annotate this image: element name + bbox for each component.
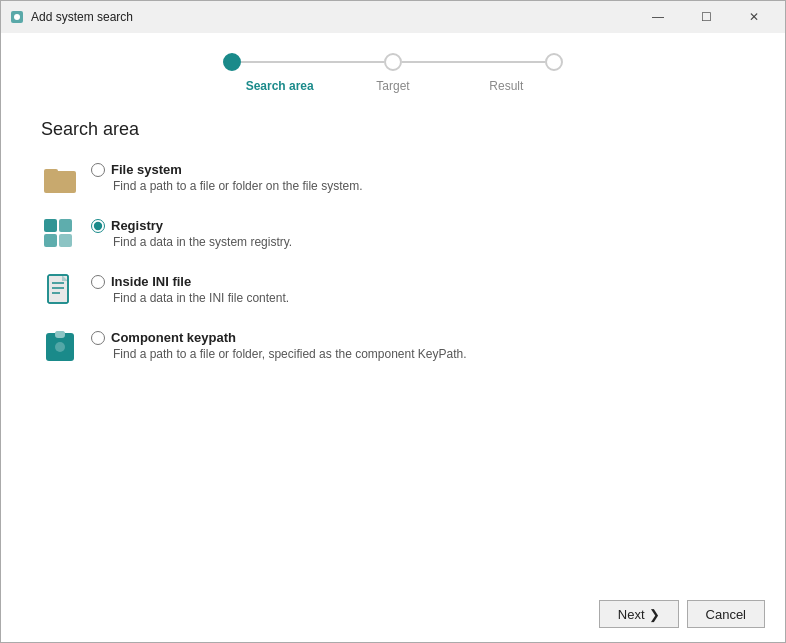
svg-rect-2 [44,171,76,193]
cancel-button[interactable]: Cancel [687,600,765,628]
svg-rect-3 [44,169,58,174]
component-keypath-label[interactable]: Component keypath [111,330,236,345]
file-system-label-row: File system [91,162,362,177]
option-registry: Registry Find a data in the system regis… [41,216,745,254]
ini-file-desc: Find a data in the INI file content. [113,291,289,305]
next-arrow-icon: ❯ [649,607,660,622]
svg-rect-16 [55,331,65,338]
option-component-keypath: Component keypath Find a path to a file … [41,328,745,366]
ini-file-icon [41,272,79,310]
section-title: Search area [41,119,745,140]
folder-icon [41,160,79,198]
close-button[interactable]: ✕ [731,1,777,33]
registry-label[interactable]: Registry [111,218,163,233]
maximize-button[interactable]: ☐ [683,1,729,33]
step-line-2 [402,61,545,63]
svg-rect-6 [44,234,57,247]
file-system-label[interactable]: File system [111,162,182,177]
component-keypath-icon [41,328,79,366]
next-label: Next [618,607,645,622]
app-icon [9,9,25,25]
step-label-3: Result [450,79,563,93]
step-line-1 [241,61,384,63]
svg-point-17 [55,342,65,352]
window: Add system search — ☐ ✕ Search area Targ… [0,0,786,643]
file-system-text: File system Find a path to a file or fol… [91,160,362,193]
cancel-label: Cancel [706,607,746,622]
next-button[interactable]: Next ❯ [599,600,679,628]
component-keypath-label-row: Component keypath [91,330,467,345]
component-keypath-text: Component keypath Find a path to a file … [91,328,467,361]
svg-rect-5 [59,219,72,232]
stepper-labels: Search area Target Result [223,79,563,93]
content: Search area Target Result Search area [1,33,785,642]
step-label-2: Target [336,79,449,93]
step-2-circle [384,53,402,71]
svg-rect-7 [59,234,72,247]
registry-desc: Find a data in the system registry. [113,235,292,249]
component-keypath-desc: Find a path to a file or folder, specifi… [113,347,467,361]
form-area: Search area File system Find a path to a… [1,103,785,590]
window-title: Add system search [31,10,635,24]
registry-label-row: Registry [91,218,292,233]
file-system-desc: Find a path to a file or folder on the f… [113,179,362,193]
ini-file-label[interactable]: Inside INI file [111,274,191,289]
title-bar: Add system search — ☐ ✕ [1,1,785,33]
stepper-track [223,53,563,71]
file-system-radio[interactable] [91,163,105,177]
component-keypath-radio[interactable] [91,331,105,345]
stepper: Search area Target Result [1,33,785,103]
registry-text: Registry Find a data in the system regis… [91,216,292,249]
footer: Next ❯ Cancel [1,590,785,642]
window-controls: — ☐ ✕ [635,1,777,33]
svg-rect-4 [44,219,57,232]
minimize-button[interactable]: — [635,1,681,33]
ini-file-text: Inside INI file Find a data in the INI f… [91,272,289,305]
registry-radio[interactable] [91,219,105,233]
svg-point-1 [14,14,20,20]
ini-file-label-row: Inside INI file [91,274,289,289]
option-file-system: File system Find a path to a file or fol… [41,160,745,198]
ini-file-radio[interactable] [91,275,105,289]
option-ini-file: Inside INI file Find a data in the INI f… [41,272,745,310]
step-3-circle [545,53,563,71]
step-label-1: Search area [223,79,336,93]
registry-icon [41,216,79,254]
step-1-circle [223,53,241,71]
